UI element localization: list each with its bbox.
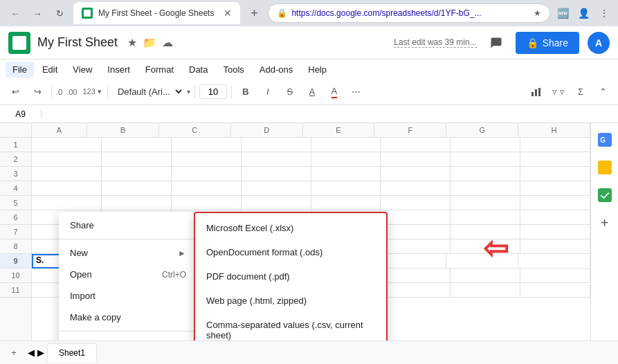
cell-e5[interactable] — [311, 196, 381, 210]
cell-h3[interactable] — [520, 167, 590, 181]
forward-button[interactable]: → — [28, 3, 47, 23]
cell-f6[interactable] — [381, 210, 451, 225]
cell-g11[interactable] — [451, 283, 520, 298]
cell-g6[interactable] — [451, 210, 520, 225]
cell-a3[interactable] — [32, 167, 102, 181]
sidebar-yellow-icon[interactable] — [594, 156, 616, 179]
profile-icon[interactable]: 👤 — [575, 5, 592, 21]
font-select[interactable]: Default (Ari... — [112, 84, 184, 99]
menu-item-data[interactable]: Data — [182, 62, 215, 78]
cell-e1[interactable] — [311, 138, 381, 152]
cell-h10[interactable] — [520, 269, 590, 283]
menu-email[interactable]: Email ► — [59, 334, 197, 340]
menu-item-file[interactable]: File — [6, 62, 34, 78]
cell-c1[interactable] — [172, 138, 242, 152]
cell-c2[interactable] — [172, 152, 242, 167]
more-formats-button[interactable]: ⋯ — [347, 82, 366, 102]
download-csv[interactable]: Comma-separated values (.csv, current sh… — [195, 313, 386, 340]
cell-h9[interactable] — [518, 254, 590, 269]
star-icon[interactable]: ★ — [127, 36, 137, 49]
cell-g7[interactable] — [451, 225, 520, 239]
cell-g1[interactable] — [451, 138, 520, 152]
cell-b2[interactable] — [102, 152, 172, 167]
cell-f10[interactable] — [381, 269, 451, 283]
menu-item-insert[interactable]: Insert — [100, 62, 137, 78]
cell-a4[interactable] — [32, 181, 102, 196]
redo-button[interactable]: ↪ — [28, 82, 47, 102]
collapse-toolbar-button[interactable]: ⌃ — [593, 82, 612, 102]
cell-g8[interactable] — [451, 239, 520, 254]
new-tab-button[interactable]: + — [244, 3, 264, 23]
tab-close-button[interactable]: ✕ — [224, 8, 232, 19]
share-button[interactable]: 🔒 Share — [516, 32, 579, 54]
sheets-scroll-right[interactable]: ▶ — [37, 347, 44, 358]
cell-c5[interactable] — [172, 196, 242, 210]
browser-tab[interactable]: My First Sheet - Google Sheets ✕ — [73, 2, 240, 24]
bold-button[interactable]: B — [236, 82, 255, 102]
menu-open[interactable]: Open Ctrl+O — [59, 264, 197, 285]
cell-f3[interactable] — [381, 167, 451, 181]
cell-f2[interactable] — [381, 152, 451, 167]
cell-d5[interactable] — [242, 196, 311, 210]
undo-button[interactable]: ↩ — [6, 82, 25, 102]
cell-c3[interactable] — [172, 167, 242, 181]
download-xlsx[interactable]: Microsoft Excel (.xlsx) — [195, 216, 386, 240]
menu-item-addons[interactable]: Add-ons — [253, 62, 300, 78]
cell-g3[interactable] — [451, 167, 520, 181]
menu-item-format[interactable]: Format — [138, 62, 181, 78]
cell-a5[interactable] — [32, 196, 102, 210]
cell-e3[interactable] — [311, 167, 381, 181]
cell-h7[interactable] — [520, 225, 590, 239]
cell-h1[interactable] — [520, 138, 590, 152]
function-button[interactable]: Σ — [571, 82, 590, 102]
cell-d1[interactable] — [242, 138, 311, 152]
cell-g10[interactable] — [451, 269, 520, 283]
underline-button[interactable]: A — [302, 82, 322, 102]
cell-b4[interactable] — [102, 181, 172, 196]
cell-g5[interactable] — [451, 196, 520, 210]
menu-item-tools[interactable]: Tools — [216, 62, 251, 78]
sidebar-blue-check-icon[interactable] — [594, 184, 616, 206]
cell-b5[interactable] — [102, 196, 172, 210]
text-color-button[interactable]: A — [325, 82, 344, 102]
refresh-button[interactable]: ↻ — [50, 3, 69, 23]
cell-h11[interactable] — [520, 283, 590, 298]
cell-g9[interactable] — [446, 254, 518, 269]
comment-button[interactable] — [485, 32, 507, 54]
sheet-tab-1[interactable]: Sheet1 — [47, 343, 97, 362]
extensions-icon[interactable]: 🆕 — [554, 5, 571, 21]
menu-new[interactable]: New ► — [59, 242, 197, 264]
cloud-icon[interactable]: ☁ — [162, 36, 173, 49]
sidebar-google-icon[interactable]: G — [594, 129, 616, 151]
cell-d4[interactable] — [242, 181, 311, 196]
menu-import[interactable]: Import — [59, 285, 197, 307]
download-html[interactable]: Web page (.html, zipped) — [195, 289, 386, 313]
cell-h4[interactable] — [520, 181, 590, 196]
cell-h6[interactable] — [520, 210, 590, 225]
cell-f11[interactable] — [381, 283, 451, 298]
download-ods[interactable]: OpenDocument format (.ods) — [195, 240, 386, 264]
cell-f5[interactable] — [381, 196, 451, 210]
cell-e4[interactable] — [311, 181, 381, 196]
menu-item-edit[interactable]: Edit — [35, 62, 64, 78]
cell-h5[interactable] — [520, 196, 590, 210]
cell-e2[interactable] — [311, 152, 381, 167]
strikethrough-button[interactable]: S — [280, 82, 300, 102]
cell-g4[interactable] — [451, 181, 520, 196]
sidebar-add-icon[interactable]: + — [594, 212, 616, 234]
cell-c4[interactable] — [172, 181, 242, 196]
cell-f4[interactable] — [381, 181, 451, 196]
sheets-scroll-left[interactable]: ◀ — [28, 347, 35, 358]
cell-h8[interactable] — [520, 239, 590, 254]
back-button[interactable]: ← — [6, 3, 25, 23]
menu-make-copy[interactable]: Make a copy — [59, 307, 197, 328]
menu-share[interactable]: Share — [59, 215, 197, 236]
menu-item-help[interactable]: Help — [301, 62, 334, 78]
cell-a2[interactable] — [32, 152, 102, 167]
add-sheet-button[interactable]: + — [6, 345, 22, 361]
cell-f1[interactable] — [381, 138, 451, 152]
doc-title[interactable]: My First Sheet — [37, 35, 118, 50]
cell-b3[interactable] — [102, 167, 172, 181]
cell-h2[interactable] — [520, 152, 590, 167]
download-pdf[interactable]: PDF document (.pdf) — [195, 264, 386, 289]
